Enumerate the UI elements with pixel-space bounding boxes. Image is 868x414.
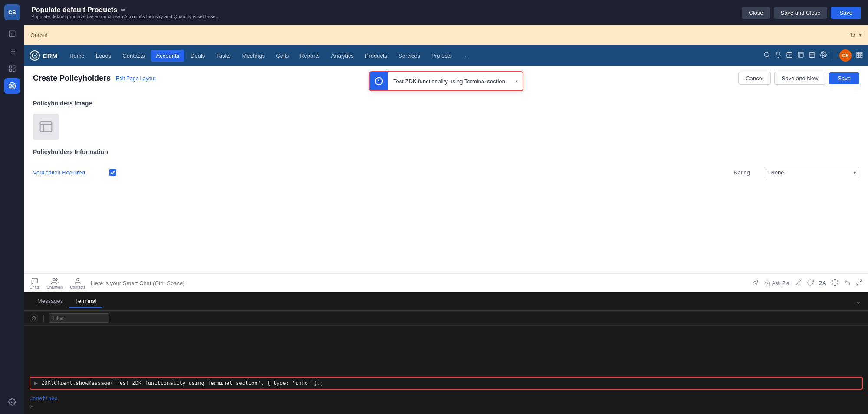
tab-messages[interactable]: Messages (31, 295, 69, 308)
nav-item-services[interactable]: Services (393, 50, 425, 62)
nav-item-meetings[interactable]: Meetings (237, 50, 270, 62)
svg-line-52 (860, 280, 862, 282)
output-label: Output (30, 32, 47, 39)
undo-icon[interactable] (844, 279, 851, 287)
verification-checkbox[interactable] (109, 169, 116, 176)
info-section-title: Policyholders Information (33, 148, 859, 155)
svg-rect-10 (13, 66, 15, 68)
svg-rect-33 (857, 52, 858, 53)
nav-item-accounts[interactable]: Accounts (151, 50, 184, 62)
nav-item-projects[interactable]: Projects (426, 50, 457, 62)
terminal-command-line: ▶ ZDK.Client.showMessage('Test ZDK funct… (30, 377, 863, 390)
page-title-text: Populate default Products (31, 6, 117, 14)
main-area: Populate default Products ✏ Populate def… (24, 0, 868, 414)
ask-zia-button[interactable]: Ask Zia (764, 280, 789, 286)
pencil-icon[interactable] (795, 279, 802, 287)
nav-item-home[interactable]: Home (64, 50, 90, 62)
chevron-down-icon[interactable]: ▾ (859, 31, 862, 39)
notification-close-icon[interactable]: × (510, 78, 523, 85)
contacts-icon-group[interactable]: Contacts (70, 277, 86, 289)
tab-terminal[interactable]: Terminal (69, 295, 102, 308)
terminal-clear-icon[interactable]: ⊘ (30, 314, 38, 322)
nav-item-tasks[interactable]: Tasks (211, 50, 236, 62)
nav-item-more[interactable]: ··· (458, 50, 473, 62)
rating-label: Rating (733, 169, 750, 176)
svg-rect-25 (798, 52, 803, 57)
clock-icon[interactable] (832, 279, 838, 287)
calendar-icon[interactable] (809, 51, 815, 60)
user-avatar[interactable]: CS (839, 49, 852, 62)
sidebar-icon-list[interactable] (4, 43, 20, 59)
gear-icon[interactable] (820, 51, 827, 60)
terminal-panel: Messages Terminal ⌄ ⊘ | ▶ ZDK.Client.sho… (24, 292, 868, 414)
calendar-plus-icon[interactable] (786, 51, 793, 60)
notification-popup: Test ZDK functionality using Terminal se… (369, 71, 523, 91)
terminal-collapse-icon[interactable]: ⌄ (855, 297, 861, 306)
svg-point-48 (53, 278, 55, 281)
channels-icon-group[interactable]: Channels (47, 277, 63, 289)
nav-items: Home Leads Contacts Accounts Deals Tasks… (64, 50, 763, 62)
edit-title-icon[interactable]: ✏ (121, 7, 126, 13)
rating-select-wrapper: -None- ▾ (764, 167, 859, 178)
search-nav-icon[interactable] (763, 51, 770, 60)
sidebar-icon-settings[interactable] (4, 394, 20, 410)
image-section-title: Policyholders Image (33, 100, 859, 107)
close-button[interactable]: Close (742, 7, 770, 19)
layout-icon[interactable] (797, 51, 804, 60)
nav-item-contacts[interactable]: Contacts (117, 50, 150, 62)
nav-item-leads[interactable]: Leads (91, 50, 116, 62)
form-header: Create Policyholders Edit Page Layout Te… (24, 66, 868, 91)
terminal-filter-input[interactable] (49, 313, 109, 323)
smart-chat-input[interactable] (91, 280, 747, 286)
svg-rect-12 (9, 69, 11, 72)
nav-right-icons: CS (763, 49, 863, 62)
refresh-icon[interactable]: ↻ (850, 31, 855, 39)
nav-item-calls[interactable]: Calls (271, 50, 294, 62)
refresh-icon-chat[interactable] (807, 279, 814, 287)
svg-rect-39 (857, 56, 858, 57)
ask-zia-label: Ask Zia (772, 280, 789, 286)
apps-grid-icon[interactable] (856, 51, 863, 60)
terminal-tabs: Messages Terminal (31, 295, 102, 308)
notification-icon-box (370, 72, 388, 90)
nav-item-reports[interactable]: Reports (295, 50, 325, 62)
sidebar-icon-notes[interactable] (4, 26, 20, 42)
save-and-close-button[interactable]: Save and Close (774, 7, 828, 19)
crm-nav: CRM Home Leads Contacts Accounts Deals T… (24, 45, 868, 66)
save-button-top[interactable]: Save (831, 7, 861, 19)
terminal-output-line: undefined (30, 394, 58, 402)
nav-item-products[interactable]: Products (360, 50, 392, 62)
verification-label: Verification Required (33, 169, 102, 176)
save-and-new-button[interactable]: Save and New (774, 72, 826, 85)
svg-rect-9 (9, 66, 11, 68)
top-bar-title-area: Populate default Products ✏ Populate def… (31, 6, 220, 19)
page-title: Populate default Products ✏ (31, 6, 220, 14)
form-title: Create Policyholders (33, 74, 111, 83)
terminal-prompt[interactable]: > (30, 404, 33, 410)
top-bar: Populate default Products ✏ Populate def… (24, 0, 868, 25)
chat-right-icons: Ask Zia ZA (752, 279, 863, 287)
sidebar-icon-dashboard[interactable] (4, 61, 20, 76)
svg-rect-0 (9, 31, 15, 37)
nav-item-deals[interactable]: Deals (185, 50, 210, 62)
cancel-button[interactable]: Cancel (738, 72, 770, 85)
translate-icon[interactable]: ZA (819, 280, 826, 286)
edit-page-layout-link[interactable]: Edit Page Layout (116, 76, 155, 82)
save-form-button[interactable]: Save (829, 72, 859, 84)
output-bar: Output ↻ ▾ (24, 25, 868, 45)
nav-item-analytics[interactable]: Analytics (326, 50, 359, 62)
svg-rect-36 (857, 54, 858, 56)
terminal-expand-arrow[interactable]: ▶ (34, 380, 38, 386)
svg-rect-38 (861, 54, 862, 56)
svg-line-53 (857, 283, 859, 285)
svg-point-16 (11, 401, 13, 403)
rating-select[interactable]: -None- (764, 167, 859, 178)
sidebar-icon-target[interactable] (4, 78, 20, 94)
verification-row: Verification Required Rating -None- ▾ (33, 162, 859, 183)
bell-icon[interactable] (775, 51, 782, 60)
expand-icon[interactable] (856, 279, 863, 287)
svg-point-17 (764, 52, 769, 57)
megaphone-icon[interactable] (752, 279, 759, 287)
svg-rect-34 (859, 52, 860, 53)
chats-icon-group[interactable]: Chats (30, 277, 40, 289)
